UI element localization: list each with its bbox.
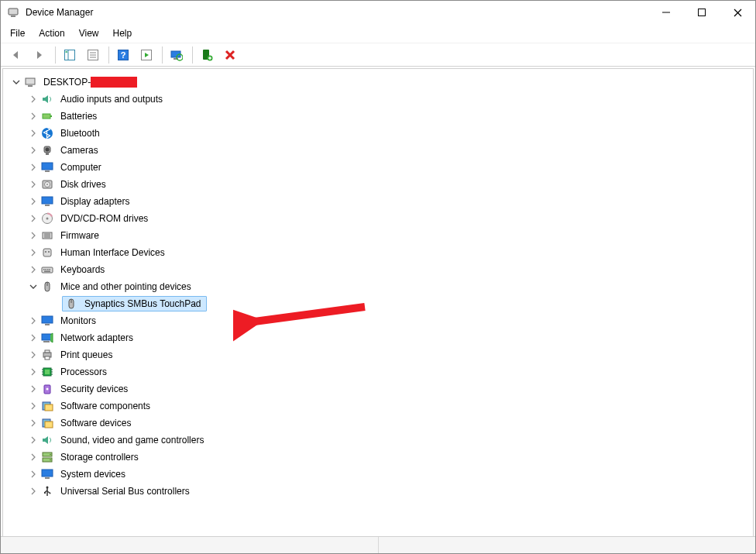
tree-category[interactable]: Firmware <box>6 227 750 244</box>
chevron-right-icon[interactable] <box>28 401 39 411</box>
storage-icon <box>40 450 54 464</box>
svg-point-48 <box>48 251 50 253</box>
category-label: Processors <box>59 366 108 378</box>
forward-button[interactable] <box>29 46 50 64</box>
chevron-right-icon[interactable] <box>28 196 39 207</box>
chevron-right-icon[interactable] <box>28 179 39 190</box>
tree-category[interactable]: Keyboards <box>6 261 750 278</box>
tree-category[interactable]: System devices <box>6 466 750 483</box>
chevron-right-icon[interactable] <box>28 452 39 463</box>
svg-rect-39 <box>45 205 50 206</box>
chevron-down-icon[interactable] <box>28 281 39 292</box>
tree-category[interactable]: Processors <box>6 363 750 380</box>
properties-button[interactable] <box>82 46 104 64</box>
add-legacy-hardware-button[interactable] <box>196 46 218 64</box>
chevron-right-icon[interactable] <box>28 384 39 394</box>
tree-category[interactable]: Audio inputs and outputs <box>6 91 750 108</box>
uninstall-device-button[interactable] <box>219 46 241 64</box>
chevron-right-icon[interactable] <box>28 418 39 428</box>
menubar: File Action View Help <box>1 24 755 43</box>
tree-category[interactable]: Software devices <box>6 415 750 432</box>
tree-category[interactable]: Network adapters <box>6 329 750 346</box>
svg-rect-84 <box>42 470 53 477</box>
tree-category[interactable]: Sound, video and game controllers <box>6 432 750 449</box>
close-button[interactable] <box>720 1 755 24</box>
category-label: Security devices <box>59 383 129 395</box>
svg-rect-38 <box>42 197 53 204</box>
tree-category[interactable]: Human Interface Devices <box>6 244 750 261</box>
svg-rect-61 <box>42 334 51 340</box>
minimize-button[interactable] <box>648 1 684 24</box>
maximize-button[interactable] <box>684 1 720 24</box>
svg-rect-27 <box>43 114 50 119</box>
chevron-right-icon[interactable] <box>28 366 39 377</box>
tree-category[interactable]: Batteries <box>6 108 750 125</box>
chevron-right-icon[interactable] <box>28 264 39 275</box>
action-button[interactable] <box>136 46 157 64</box>
menu-view[interactable]: View <box>73 26 105 41</box>
menu-file[interactable]: File <box>4 26 31 41</box>
tree-device[interactable]: Synaptics SMBus TouchPad <box>6 295 750 312</box>
svg-rect-46 <box>43 249 51 256</box>
menu-help[interactable]: Help <box>107 26 139 41</box>
mouse-icon <box>40 280 54 294</box>
svg-rect-85 <box>45 477 50 479</box>
printer-icon <box>40 348 54 362</box>
category-label: Monitors <box>59 315 98 327</box>
chevron-right-icon[interactable] <box>28 111 39 122</box>
tree-category[interactable]: Disk drives <box>6 176 750 193</box>
tree-category[interactable]: Display adapters <box>6 193 750 210</box>
svg-point-37 <box>46 184 48 185</box>
category-label: Universal Serial Bus controllers <box>59 485 191 497</box>
chevron-right-icon[interactable] <box>28 486 39 497</box>
tree-category[interactable]: Mice and other pointing devices <box>6 278 750 295</box>
tree-category[interactable]: Computer <box>6 159 750 176</box>
monitor-icon <box>40 160 54 174</box>
svg-point-82 <box>50 454 51 456</box>
chevron-down-icon[interactable] <box>11 77 22 88</box>
chevron-right-icon[interactable] <box>28 469 39 480</box>
chevron-right-icon[interactable] <box>28 94 39 105</box>
tree-category[interactable]: Storage controllers <box>6 449 750 466</box>
back-button[interactable] <box>5 46 27 64</box>
category-label: System devices <box>59 468 127 480</box>
show-hide-console-tree-button[interactable] <box>59 46 81 64</box>
svg-rect-64 <box>45 350 50 353</box>
root-label: DESKTOP- <box>42 76 139 89</box>
chevron-right-icon[interactable] <box>28 435 39 446</box>
tree-category[interactable]: Universal Serial Bus controllers <box>6 483 750 500</box>
software-icon <box>40 416 54 430</box>
tree-category[interactable]: Cameras <box>6 142 750 159</box>
chevron-right-icon[interactable] <box>28 145 39 156</box>
mouse-icon <box>64 297 78 311</box>
chevron-right-icon[interactable] <box>28 332 39 343</box>
hid-icon <box>40 246 54 260</box>
speaker-icon <box>40 92 54 106</box>
chevron-right-icon[interactable] <box>28 162 39 173</box>
device-label: Synaptics SMBus TouchPad <box>83 298 203 310</box>
tree-category[interactable]: Print queues <box>6 346 750 363</box>
chevron-right-icon[interactable] <box>28 230 39 241</box>
scan-hardware-button[interactable] <box>166 46 187 64</box>
tree-category[interactable]: DVD/CD-ROM drives <box>6 210 750 227</box>
chevron-right-icon[interactable] <box>28 315 39 326</box>
svg-point-75 <box>46 388 49 391</box>
chevron-right-icon[interactable] <box>28 349 39 360</box>
menu-action[interactable]: Action <box>33 26 70 41</box>
tree-root[interactable]: DESKTOP- <box>6 74 750 91</box>
svg-rect-32 <box>46 153 49 155</box>
tree-category[interactable]: Monitors <box>6 312 750 329</box>
chevron-right-icon[interactable] <box>28 128 39 139</box>
svg-rect-51 <box>46 269 47 270</box>
tree-category[interactable]: Bluetooth <box>6 125 750 142</box>
chevron-right-icon[interactable] <box>28 213 39 224</box>
help-button[interactable]: ? <box>112 46 134 64</box>
svg-rect-59 <box>42 316 53 323</box>
tree-category[interactable]: Software components <box>6 397 750 415</box>
svg-rect-77 <box>45 404 53 411</box>
category-label: Keyboards <box>59 263 106 276</box>
computer-icon <box>23 75 37 89</box>
tree-category[interactable]: Security devices <box>6 380 750 397</box>
device-tree[interactable]: DESKTOP- Audio inputs and outputs Batter… <box>2 68 754 537</box>
chevron-right-icon[interactable] <box>28 247 39 258</box>
